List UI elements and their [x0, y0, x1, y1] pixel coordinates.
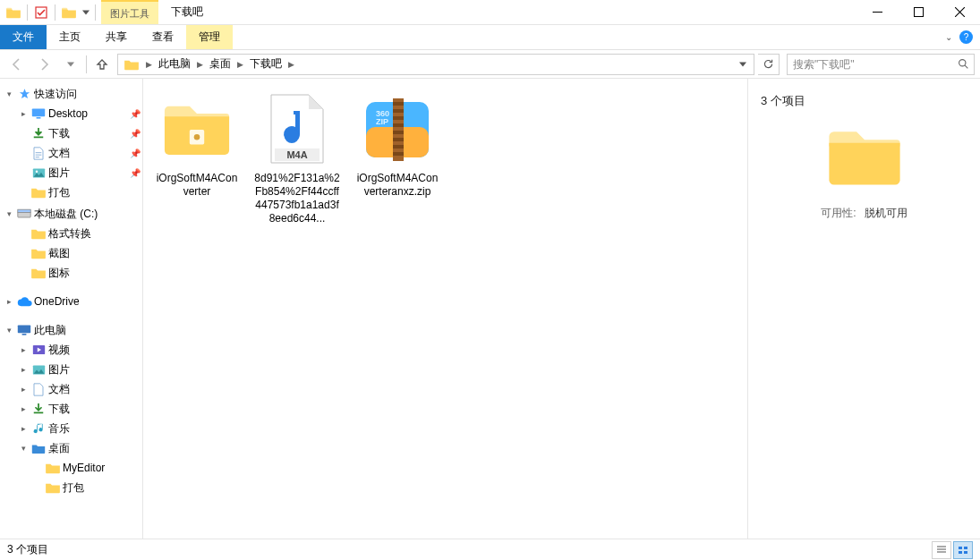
file-list[interactable]: iOrgSoftM4AConverter M4A 8d91%2F131a%2Fb… — [143, 79, 747, 539]
window-controls — [856, 0, 980, 24]
address-bar[interactable]: ▶ 此电脑 ▶ 桌面 ▶ 下载吧 ▶ — [117, 54, 754, 75]
tree-local-disk[interactable]: ▾ 本地磁盘 (C:) — [0, 204, 142, 224]
close-button[interactable] — [939, 0, 980, 24]
chevron-right-icon[interactable]: ▶ — [194, 60, 206, 69]
tree-desktop-myeditor[interactable]: ▸ MyEditor — [0, 458, 142, 478]
svg-rect-30 — [393, 138, 404, 141]
tree-quick-downloads[interactable]: ▸ 下载 📌 — [0, 123, 142, 143]
recent-locations-button[interactable] — [59, 53, 82, 76]
tree-local-item-0[interactable]: ▸ 格式转换 — [0, 224, 142, 243]
tree-label: 下载 — [48, 402, 142, 417]
tab-manage[interactable]: 管理 — [186, 25, 233, 49]
tree-pc-desktop[interactable]: ▾ 桌面 — [0, 438, 142, 458]
search-icon[interactable] — [952, 58, 974, 70]
svg-rect-5 — [37, 117, 41, 119]
qat-folder-icon[interactable] — [4, 3, 23, 22]
download-icon — [30, 402, 47, 416]
window-title: 下载吧 — [158, 0, 216, 24]
tree-pc-downloads[interactable]: ▸ 下载 — [0, 399, 142, 419]
tree-pc-pictures[interactable]: ▸ 图片 — [0, 360, 142, 379]
svg-point-18 — [285, 129, 299, 143]
pin-icon: 📌 — [130, 168, 142, 178]
svg-point-17 — [194, 134, 200, 140]
file-item-zip[interactable]: 360ZIP iOrgSoftM4AConverteranxz.zip — [353, 93, 442, 199]
file-item-m4a[interactable]: M4A 8d91%2F131a%2Fb854%2Ff44ccff447573fb… — [252, 93, 342, 225]
qat-folder2-icon[interactable] — [59, 3, 79, 22]
pin-icon: 📌 — [130, 109, 142, 119]
maximize-button[interactable] — [898, 0, 939, 24]
svg-rect-4 — [32, 108, 45, 116]
download-icon — [30, 126, 47, 140]
svg-rect-38 — [964, 551, 967, 554]
tree-local-item-1[interactable]: ▸ 截图 — [0, 243, 142, 263]
tree-quick-pictures[interactable]: ▸ 图片 📌 — [0, 163, 142, 182]
tree-label: 桌面 — [48, 441, 142, 456]
back-button[interactable] — [5, 53, 29, 76]
tree-quick-desktop[interactable]: ▸ Desktop 📌 — [0, 104, 142, 123]
tree-pc-documents[interactable]: ▸ 文档 — [0, 379, 142, 399]
addr-root-icon[interactable] — [120, 55, 143, 74]
tree-pc-videos[interactable]: ▸ 视频 — [0, 340, 142, 360]
search-box[interactable] — [787, 54, 975, 75]
help-icon[interactable]: ? — [959, 30, 973, 44]
tree-label: 快速访问 — [34, 87, 142, 102]
svg-rect-35 — [959, 547, 962, 549]
svg-rect-36 — [964, 547, 967, 549]
addr-dropdown-button[interactable] — [734, 53, 752, 76]
tree-pc-music[interactable]: ▸ 音乐 — [0, 419, 142, 438]
view-icons-button[interactable] — [953, 541, 973, 559]
svg-rect-29 — [393, 131, 404, 134]
context-tab-label: 图片工具 — [110, 8, 149, 19]
folder-icon — [30, 246, 47, 260]
forward-button[interactable] — [32, 53, 55, 76]
svg-rect-32 — [393, 152, 404, 156]
qat-checkbox-icon[interactable] — [31, 3, 51, 22]
qat-dropdown-icon[interactable] — [81, 3, 91, 22]
ribbon-tabs: 文件 主页 共享 查看 管理 ⌄ ? — [0, 25, 980, 50]
breadcrumb-seg-1[interactable]: 桌面 — [206, 55, 234, 74]
tree-quick-documents[interactable]: ▸ 文档 📌 — [0, 143, 142, 163]
tab-view[interactable]: 查看 — [140, 25, 186, 49]
details-availability: 可用性: 脱机可用 — [761, 206, 967, 221]
tree-this-pc[interactable]: ▾ 此电脑 — [0, 320, 142, 340]
nav-row: ▶ 此电脑 ▶ 桌面 ▶ 下载吧 ▶ — [0, 50, 980, 79]
tab-home[interactable]: 主页 — [47, 25, 93, 49]
m4a-icon: M4A — [260, 93, 334, 166]
minimize-button[interactable] — [856, 0, 898, 24]
chevron-right-icon[interactable]: ▶ — [234, 60, 246, 69]
svg-text:ZIP: ZIP — [376, 117, 388, 126]
tree-quick-dabao[interactable]: ▸ 打包 — [0, 182, 142, 202]
breadcrumb-seg-0[interactable]: 此电脑 — [155, 55, 194, 74]
desktop-icon — [30, 106, 47, 121]
video-icon — [30, 343, 47, 357]
drive-icon — [16, 207, 32, 221]
tree-desktop-dabao[interactable]: ▸ 打包 — [0, 478, 142, 497]
tree-label: 视频 — [48, 343, 142, 358]
tree-quick-access[interactable]: ▾ 快速访问 — [0, 84, 142, 104]
context-tab-picture-tools[interactable]: 图片工具 — [101, 0, 158, 24]
tree-label: 图片 — [48, 362, 142, 378]
pin-icon: 📌 — [130, 129, 142, 139]
breadcrumb-seg-2[interactable]: 下载吧 — [246, 55, 285, 74]
desktop-folder-icon — [30, 441, 47, 455]
ribbon-collapse-icon[interactable]: ⌄ — [945, 32, 952, 42]
search-input[interactable] — [788, 58, 952, 71]
nav-tree: ▾ 快速访问 ▸ Desktop 📌 ▸ 下载 📌 ▸ 文档 📌 ▸ 图片 📌 — [0, 79, 143, 539]
tab-file[interactable]: 文件 — [0, 25, 47, 49]
svg-rect-1 — [873, 12, 882, 13]
tab-share[interactable]: 共享 — [93, 25, 140, 49]
tree-local-item-2[interactable]: ▸ 图标 — [0, 263, 142, 283]
folder-icon — [30, 226, 47, 241]
refresh-button[interactable] — [758, 54, 780, 75]
chevron-right-icon[interactable]: ▶ — [143, 60, 155, 69]
up-button[interactable] — [90, 53, 114, 76]
tree-label: 本地磁盘 (C:) — [34, 207, 142, 222]
chevron-right-icon[interactable]: ▶ — [285, 60, 297, 69]
file-item-folder[interactable]: iOrgSoftM4AConverter — [152, 93, 242, 199]
details-thumb-icon — [824, 125, 905, 190]
svg-text:M4A: M4A — [286, 149, 307, 160]
quick-access-toolbar — [0, 0, 101, 24]
tree-onedrive[interactable]: ▸ OneDrive — [0, 292, 142, 311]
details-avail-label: 可用性: — [821, 207, 856, 219]
view-details-button[interactable] — [932, 541, 951, 559]
